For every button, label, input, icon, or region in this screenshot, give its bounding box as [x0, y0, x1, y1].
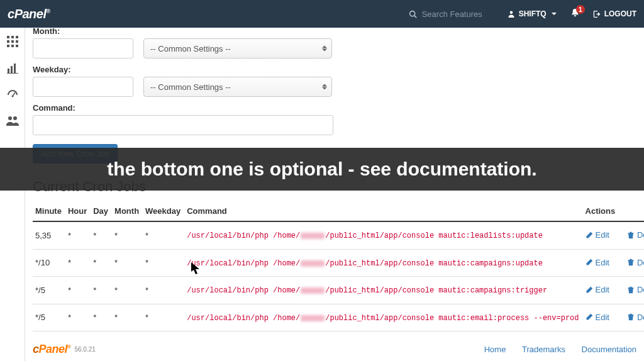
svg-rect-12	[8, 69, 9, 73]
pencil-icon	[586, 286, 593, 294]
edit-link[interactable]: Edit	[586, 285, 609, 294]
cell-day: *	[93, 304, 114, 331]
rail-users-icon[interactable]	[5, 113, 20, 128]
top-navbar: cPanel® SHIFTQ 1 LOGOUT	[0, 0, 644, 28]
select-arrows-icon	[322, 46, 327, 52]
weekday-input[interactable]	[33, 77, 133, 97]
weekday-common-select[interactable]: -- Common Settings --	[143, 77, 332, 97]
redacted-username	[301, 260, 325, 267]
rail-dashboard-icon[interactable]	[5, 87, 20, 102]
left-icon-rail	[0, 28, 25, 361]
redacted-username	[301, 315, 325, 321]
footer-docs-link[interactable]: Documentation	[582, 345, 636, 354]
cell-command: /usr/local/bin/php /home//public_html/ap…	[187, 249, 585, 277]
pencil-icon	[586, 231, 593, 239]
col-month: Month	[114, 201, 145, 221]
col-actions: Actions	[586, 201, 644, 221]
svg-rect-10	[11, 45, 14, 47]
cpanel-logo[interactable]: cPanel®	[8, 7, 50, 21]
cell-command: /usr/local/bin/php /home//public_html/ap…	[187, 277, 585, 304]
svg-rect-8	[16, 40, 18, 43]
svg-rect-11	[16, 45, 18, 47]
cell-day: *	[93, 249, 114, 277]
weekday-label: Weekday:	[33, 65, 639, 74]
footer-trademarks-link[interactable]: Trademarks	[522, 345, 565, 354]
cell-month: *	[114, 304, 145, 331]
trash-icon	[627, 286, 635, 294]
month-label: Month:	[33, 26, 639, 36]
cell-month: *	[114, 277, 145, 304]
caption-overlay: the bottom one is optional - see documen…	[0, 148, 644, 191]
command-label: Command:	[33, 103, 639, 113]
svg-rect-14	[14, 64, 16, 73]
svg-rect-5	[16, 36, 18, 38]
svg-line-17	[13, 92, 15, 96]
svg-rect-7	[11, 40, 14, 43]
svg-point-2	[509, 11, 513, 14]
svg-rect-13	[11, 66, 13, 73]
cell-minute: */5	[33, 304, 68, 331]
trash-icon	[627, 258, 635, 266]
cell-weekday: *	[145, 249, 187, 277]
table-row: 5,35****/usr/local/bin/php /home//public…	[33, 221, 644, 249]
cell-minute: */5	[33, 277, 68, 304]
pencil-icon	[586, 258, 593, 266]
svg-point-0	[409, 11, 414, 16]
svg-rect-4	[11, 36, 14, 38]
notification-badge: 1	[576, 5, 585, 14]
edit-link[interactable]: Edit	[586, 258, 609, 267]
table-row: */10****/usr/local/bin/php /home//public…	[33, 249, 644, 277]
notifications-button[interactable]: 1	[570, 8, 580, 19]
col-day: Day	[93, 201, 114, 221]
cron-jobs-table: Minute Hour Day Month Weekday Command Ac…	[33, 201, 644, 331]
search-features[interactable]	[409, 9, 491, 19]
username-label: SHIFTQ	[519, 9, 547, 18]
delete-link[interactable]: Delete	[627, 258, 644, 267]
cell-month: *	[114, 249, 145, 277]
trash-icon	[627, 231, 635, 239]
edit-link[interactable]: Edit	[586, 313, 609, 322]
footer-version: 56.0.21	[74, 346, 95, 353]
edit-link[interactable]: Edit	[586, 230, 609, 240]
logout-icon	[592, 10, 601, 18]
cell-hour: *	[68, 277, 93, 304]
svg-rect-6	[7, 40, 9, 43]
delete-link[interactable]: Delete	[627, 285, 644, 294]
cell-actions: Edit Delete	[586, 277, 644, 304]
col-hour: Hour	[68, 201, 93, 221]
logout-label: LOGOUT	[604, 9, 636, 18]
rail-apps-icon[interactable]	[5, 34, 20, 49]
footer-cpanel-logo[interactable]: cPanel®	[33, 343, 70, 356]
svg-line-1	[414, 15, 416, 17]
delete-link[interactable]: Delete	[627, 230, 644, 240]
redacted-username	[301, 287, 325, 294]
cell-weekday: *	[145, 221, 187, 249]
cell-day: *	[93, 221, 114, 249]
cell-hour: *	[68, 304, 93, 331]
user-icon	[508, 10, 515, 18]
month-field-group: Month: -- Common Settings --	[33, 26, 639, 58]
cell-month: *	[114, 221, 145, 249]
command-input[interactable]	[33, 115, 333, 135]
col-minute: Minute	[33, 201, 68, 221]
footer-links: Home Trademarks Documentation	[470, 345, 636, 354]
col-weekday: Weekday	[145, 201, 187, 221]
command-field-group: Command:	[33, 103, 639, 135]
user-menu[interactable]: SHIFTQ	[508, 9, 557, 18]
logout-button[interactable]: LOGOUT	[592, 9, 636, 18]
month-input[interactable]	[33, 38, 133, 58]
cell-weekday: *	[145, 304, 187, 331]
caret-down-icon	[552, 13, 557, 15]
search-input[interactable]	[422, 9, 491, 19]
cell-command: /usr/local/bin/php /home//public_html/ap…	[187, 304, 585, 331]
delete-link[interactable]: Delete	[627, 313, 644, 322]
table-header-row: Minute Hour Day Month Weekday Command Ac…	[33, 201, 644, 221]
weekday-field-group: Weekday: -- Common Settings --	[33, 65, 639, 97]
footer: cPanel® 56.0.21 Home Trademarks Document…	[33, 343, 636, 356]
footer-home-link[interactable]: Home	[484, 345, 506, 354]
month-common-select[interactable]: -- Common Settings --	[143, 38, 332, 58]
svg-rect-9	[7, 45, 9, 47]
redacted-username	[301, 233, 325, 239]
rail-stats-icon[interactable]	[5, 60, 20, 75]
cell-actions: Edit Delete	[586, 304, 644, 331]
